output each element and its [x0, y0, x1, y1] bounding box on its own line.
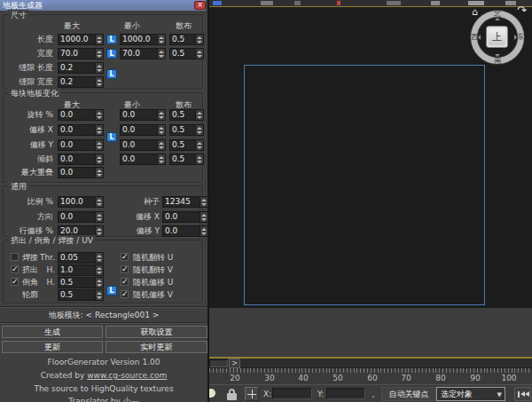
spinner[interactable] — [95, 211, 104, 223]
offsetx-spread-field[interactable]: 0.5 — [169, 124, 204, 136]
viewcube-top-face[interactable]: 上 — [486, 26, 508, 48]
spinner[interactable] — [95, 154, 104, 165]
offsety-max-field[interactable]: 0.0 — [58, 139, 104, 151]
field-value[interactable]: 1.0 — [58, 264, 95, 276]
spinner[interactable] — [157, 154, 166, 165]
field-value[interactable]: 0.0 — [162, 211, 200, 223]
field-value[interactable]: 0.05 — [58, 252, 95, 264]
spinner[interactable] — [195, 34, 204, 45]
spinner[interactable] — [157, 34, 166, 45]
x-coordinate-field[interactable] — [272, 388, 312, 399]
field-value[interactable]: 0.5 — [169, 124, 195, 136]
spinner[interactable] — [157, 48, 166, 59]
viewcube-label-south[interactable]: 南 — [471, 58, 524, 65]
y-coordinate-field[interactable] — [326, 388, 365, 399]
field-value[interactable]: 0.0 — [58, 167, 95, 178]
spinner[interactable] — [95, 76, 104, 88]
viewcube-label-north[interactable]: 北 — [471, 11, 524, 18]
field-value[interactable]: 0.0 — [120, 109, 157, 121]
field-value[interactable]: 1000.0 — [58, 34, 95, 45]
update-button[interactable]: 更新 — [2, 341, 103, 353]
tilt-spread-field[interactable]: 0.5 — [169, 154, 204, 165]
offsetx-max-field[interactable]: 0.0 — [58, 124, 104, 136]
field-value[interactable]: 70.0 — [120, 48, 157, 59]
max-overlap-field[interactable]: 0.0 — [58, 167, 104, 178]
spinner[interactable] — [95, 196, 104, 208]
general-offsety-field[interactable]: 0.0 — [162, 225, 208, 237]
field-value[interactable]: 100.0 — [58, 196, 95, 208]
field-value[interactable]: 0.5 — [58, 277, 95, 288]
width-max-field[interactable]: 70.0 — [58, 48, 104, 59]
generate-button[interactable]: 生成 — [2, 326, 103, 338]
spinner[interactable] — [95, 34, 104, 45]
spinner[interactable] — [200, 196, 208, 208]
absolute-transform-mode-button[interactable] — [245, 387, 259, 401]
weld-checkbox[interactable] — [11, 253, 19, 261]
field-value[interactable]: 0.0 — [120, 154, 157, 165]
spinner[interactable] — [95, 109, 104, 121]
spinner[interactable] — [95, 289, 104, 301]
length-spread-field[interactable]: 0.5 — [169, 34, 204, 45]
width-min-field[interactable]: 70.0 — [120, 48, 166, 59]
extrude-checkbox[interactable] — [11, 265, 19, 273]
field-value[interactable]: 0.0 — [58, 139, 95, 151]
field-value[interactable]: 0.0 — [58, 154, 95, 165]
width-link-button[interactable]: L — [106, 49, 117, 59]
rectangle-spline-object[interactable] — [244, 65, 485, 305]
tilt-max-field[interactable]: 0.0 — [58, 154, 104, 165]
field-value[interactable]: 0.5 — [169, 154, 195, 165]
close-button[interactable]: × — [194, 1, 206, 10]
viewcube-label-east[interactable]: 东 — [517, 34, 524, 41]
length-min-field[interactable]: 1000.0 — [120, 34, 166, 45]
field-value[interactable]: 0.2 — [58, 76, 95, 88]
field-value[interactable]: 1000.0 — [120, 34, 157, 45]
spinner[interactable] — [195, 109, 204, 121]
cg-source-link[interactable]: www.cg-source.com — [87, 371, 167, 380]
offsety-spread-field[interactable]: 0.5 — [169, 139, 204, 151]
field-value[interactable]: 0.0 — [120, 124, 157, 136]
spinner[interactable] — [195, 48, 204, 59]
spinner[interactable] — [95, 252, 104, 264]
weld-threshold-field[interactable]: 0.05 — [58, 252, 104, 264]
gap-length-field[interactable]: 0.2 — [58, 62, 104, 74]
viewcube-label-west[interactable]: 西 — [471, 34, 478, 41]
spinner[interactable] — [95, 167, 104, 178]
random-offset-u-checkbox[interactable] — [121, 278, 129, 286]
gap-width-field[interactable]: 0.2 — [58, 76, 104, 88]
bevel-checkbox[interactable] — [11, 278, 19, 286]
width-spread-field[interactable]: 0.5 — [169, 48, 204, 59]
viewcube-orbit-arrow-icon[interactable]: ↷ — [517, 4, 527, 16]
spinner[interactable] — [157, 124, 166, 136]
field-value[interactable]: 0.0 — [58, 109, 95, 121]
scale-field[interactable]: 100.0 — [58, 196, 104, 208]
track-bar[interactable]: 20 30 40 50 60 70 80 90 100 — [209, 368, 532, 384]
bevel-height-field[interactable]: 0.5 — [58, 277, 104, 288]
direction-field[interactable]: 0.0 — [58, 211, 104, 223]
get-settings-button[interactable]: 获取设置 — [106, 326, 207, 338]
go-to-start-button[interactable] — [514, 387, 531, 401]
next-frame-button[interactable]: > — [229, 359, 240, 368]
rotation-min-field[interactable]: 0.0 — [120, 109, 166, 121]
field-value[interactable]: 0.0 — [58, 124, 95, 136]
spinner[interactable] — [95, 62, 104, 74]
spinner[interactable] — [157, 139, 166, 151]
spinner[interactable] — [200, 225, 208, 237]
field-value[interactable]: 0.0 — [120, 139, 157, 151]
spinner[interactable] — [200, 211, 208, 223]
live-update-button[interactable]: 实时更新 — [106, 341, 207, 353]
viewcube-arrow-west[interactable] — [478, 35, 481, 40]
offsety-min-field[interactable]: 0.0 — [120, 139, 166, 151]
length-link-button[interactable]: L — [106, 35, 117, 44]
spinner[interactable] — [95, 225, 104, 237]
field-value[interactable]: 0.5 — [169, 48, 195, 59]
dialog-titlebar[interactable]: 地板生成器 — [0, 0, 206, 11]
random-flip-v-checkbox[interactable] — [121, 265, 129, 273]
rotation-max-field[interactable]: 0.0 — [58, 109, 104, 121]
module-pick-row[interactable]: 地板模块: < Rectangle001 > — [0, 310, 207, 321]
random-offset-v-checkbox[interactable] — [121, 290, 129, 298]
spinner[interactable] — [95, 139, 104, 151]
seed-field[interactable]: 12345 — [162, 196, 208, 208]
viewcube[interactable]: 上 北 南 西 东 — [471, 11, 524, 64]
outline-field[interactable]: 0.5 — [58, 289, 104, 301]
field-value[interactable]: 0.0 — [162, 225, 200, 237]
